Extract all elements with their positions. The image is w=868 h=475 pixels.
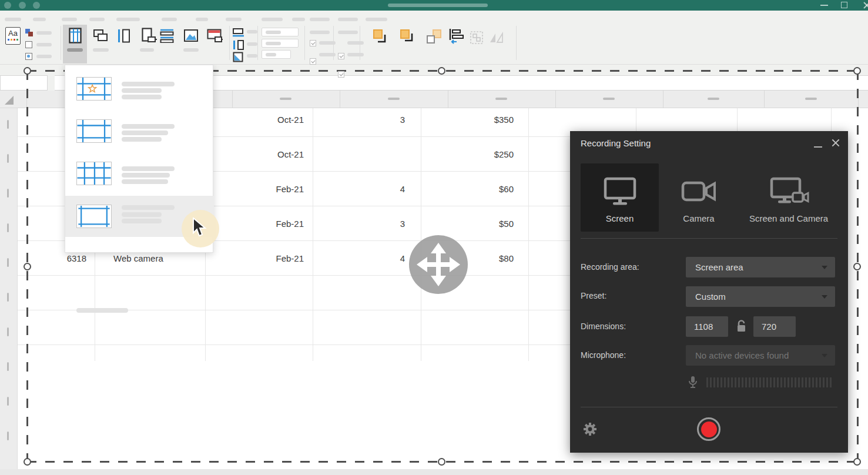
- region-handle-top-center[interactable]: [438, 67, 445, 75]
- template-text-placeholder: [122, 82, 175, 86]
- table-cell[interactable]: Oct-21: [206, 137, 313, 172]
- mode-screen-camera-button[interactable]: Screen and Camera: [736, 163, 842, 232]
- table-cell[interactable]: [206, 310, 313, 345]
- first-column-icon[interactable]: [233, 40, 244, 50]
- table-cell[interactable]: $60: [421, 172, 529, 206]
- region-handle-top-left[interactable]: [24, 67, 31, 75]
- table-cell[interactable]: 3: [313, 206, 421, 241]
- region-move-handle-icon[interactable]: [409, 235, 468, 294]
- object-style-icon[interactable]: [25, 53, 32, 60]
- column-letter-placeholder: [495, 98, 507, 100]
- option-label-placeholder: [319, 53, 336, 56]
- group-label-placeholder: [116, 18, 140, 21]
- page-object-icon[interactable]: [142, 28, 157, 44]
- table-cell[interactable]: $250: [421, 137, 529, 172]
- region-handle-middle-right[interactable]: [853, 263, 861, 270]
- option-checkbox[interactable]: [310, 40, 316, 46]
- table-cell[interactable]: [313, 137, 421, 172]
- table-cell[interactable]: Feb-21: [206, 206, 313, 241]
- table-cell[interactable]: [95, 276, 206, 310]
- size-input[interactable]: [262, 50, 291, 59]
- table-cell[interactable]: Feb-21: [206, 172, 313, 206]
- dialog-close-icon[interactable]: [831, 138, 840, 148]
- table-template-option-3[interactable]: [65, 155, 214, 197]
- table-cell[interactable]: 4: [313, 172, 421, 206]
- preset-dropdown[interactable]: Custom: [686, 286, 835, 307]
- column-letter-placeholder: [280, 98, 291, 100]
- region-handle-bottom-center[interactable]: [438, 458, 445, 466]
- table-cell[interactable]: 4: [313, 241, 421, 276]
- option-checkbox[interactable]: [310, 58, 316, 65]
- table-cell[interactable]: [95, 345, 206, 361]
- table-cell[interactable]: [206, 345, 313, 361]
- size-input[interactable]: [262, 28, 299, 36]
- recording-area-dropdown[interactable]: Screen area: [686, 257, 835, 277]
- window-dot-icon[interactable]: [4, 2, 11, 9]
- record-button[interactable]: [697, 417, 720, 441]
- table-template-option-1[interactable]: [65, 70, 214, 112]
- size-input[interactable]: [262, 39, 299, 48]
- shapes-icon[interactable]: [93, 29, 108, 42]
- table-red-header-icon[interactable]: [207, 29, 223, 44]
- panel-footer-link-placeholder[interactable]: [76, 308, 128, 313]
- unlock-icon[interactable]: [736, 320, 746, 333]
- font-styles-button[interactable]: Aa: [5, 27, 21, 45]
- window-dot-icon[interactable]: [33, 2, 40, 9]
- group-label-placeholder: [162, 18, 177, 21]
- window-close-icon[interactable]: [863, 1, 868, 9]
- table-cell[interactable]: [206, 276, 313, 310]
- table-cell[interactable]: [313, 310, 421, 345]
- table-cell[interactable]: [95, 310, 206, 345]
- option-label-placeholder: [338, 31, 358, 34]
- select-all-corner[interactable]: [5, 96, 14, 105]
- window-maximize-icon[interactable]: [841, 2, 847, 8]
- region-handle-top-right[interactable]: [853, 67, 861, 75]
- option-checkbox[interactable]: [338, 71, 344, 78]
- corner-cell-icon[interactable]: [233, 52, 243, 62]
- align-left-icon[interactable]: [448, 29, 464, 45]
- button-label-placeholder: [140, 48, 154, 52]
- option-checkbox[interactable]: [338, 53, 344, 59]
- column-header-line: [555, 91, 556, 108]
- send-to-back-icon-hovered[interactable]: [427, 29, 442, 44]
- table-template-option-2[interactable]: [65, 112, 214, 155]
- horizontal-scrollbar[interactable]: [0, 469, 868, 475]
- table-cell[interactable]: [421, 310, 529, 345]
- window-dot-icon[interactable]: [19, 2, 26, 9]
- mode-camera-button[interactable]: Camera: [668, 163, 730, 232]
- cell-name-box[interactable]: [0, 75, 48, 91]
- height-input[interactable]: 720: [753, 316, 796, 337]
- mode-screen-button[interactable]: Screen: [581, 163, 659, 232]
- background-style-icon[interactable]: [25, 41, 32, 48]
- button-label-placeholder: [67, 48, 83, 52]
- table-cell[interactable]: [421, 345, 529, 361]
- gear-icon[interactable]: [583, 422, 597, 436]
- microphone-dropdown-disabled[interactable]: No active devices found: [686, 345, 835, 366]
- column-header-line: [340, 91, 340, 108]
- stacked-rows-icon[interactable]: [160, 29, 174, 43]
- record-dot-icon: [701, 422, 717, 437]
- bring-forward-icon[interactable]: [373, 29, 388, 44]
- mode-screen-camera-label: Screen and Camera: [749, 213, 828, 223]
- width-input[interactable]: 1108: [686, 316, 728, 337]
- row-number-placeholder: [7, 154, 9, 163]
- table-cell[interactable]: [313, 345, 421, 361]
- table-cell[interactable]: [313, 276, 421, 310]
- group-label-placeholder: [292, 18, 305, 21]
- send-backward-icon[interactable]: [400, 29, 415, 44]
- header-row-icon[interactable]: [233, 28, 244, 37]
- option-label-placeholder: [347, 41, 364, 45]
- region-handle-middle-left[interactable]: [24, 263, 31, 270]
- microphone-value: No active devices found: [695, 350, 789, 360]
- image-icon[interactable]: [184, 29, 198, 42]
- screen-and-camera-icon: [768, 177, 809, 206]
- theme-swatch-icon[interactable]: [25, 29, 33, 36]
- text-column-icon[interactable]: [118, 29, 130, 43]
- chevron-down-icon: [822, 266, 827, 269]
- region-handle-bottom-left[interactable]: [24, 458, 31, 466]
- window-minimize-icon[interactable]: [820, 5, 828, 6]
- table-cell[interactable]: Feb-21: [206, 241, 313, 276]
- toolbar-separator: [516, 26, 517, 60]
- dialog-minimize-icon[interactable]: [814, 146, 822, 148]
- region-handle-bottom-right[interactable]: [853, 458, 861, 466]
